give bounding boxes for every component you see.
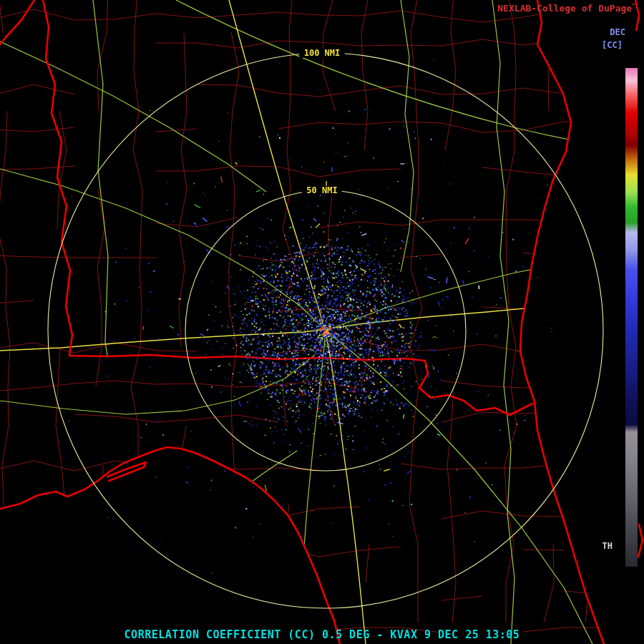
brand-text: NEXLAB-College of DuPage™ xyxy=(497,3,635,14)
product-caption: CORRELATION COEFFICIENT (CC) 0.5 DEG - K… xyxy=(0,628,644,641)
range-ring xyxy=(48,53,603,608)
range-ring-label: 100 NMI xyxy=(304,48,341,58)
range-rings xyxy=(48,53,603,608)
trademark-mark: ™ xyxy=(632,3,635,9)
colorbar-threshold-label: TH xyxy=(602,541,613,551)
brand-label: NEXLAB-College of DuPage xyxy=(497,3,632,14)
map-overlay-layer: 100 NMI50 NMI xyxy=(0,0,644,644)
range-ring-label: 50 NMI xyxy=(306,185,337,195)
radar-display: 100 NMI50 NMI NEXLAB-College of DuPage™ … xyxy=(0,0,644,644)
color-scale-bar xyxy=(625,68,638,567)
colorbar-product-label: [CC] xyxy=(602,40,623,50)
colorbar-unit-label: DEC xyxy=(610,27,625,37)
range-ring xyxy=(185,190,466,471)
